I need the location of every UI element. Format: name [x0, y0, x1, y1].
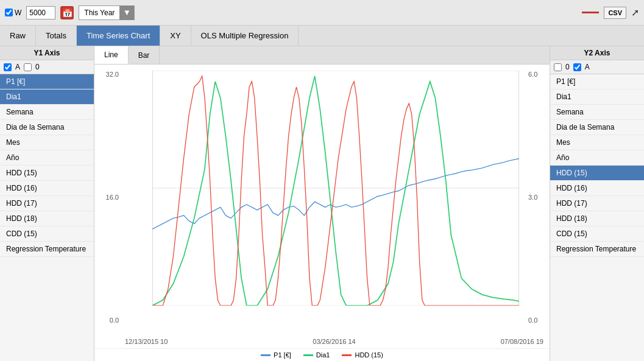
y2-item-7[interactable]: HDD (16) [550, 181, 644, 196]
y2-item-1[interactable]: Dia1 [550, 89, 644, 105]
x-labels: 12/13/2015 10 03/26/2016 14 07/08/2016 1… [125, 338, 543, 345]
y1-item-10[interactable]: CDD (15) [0, 226, 94, 242]
y1-item-5[interactable]: Año [0, 150, 94, 166]
red-line-indicator [582, 12, 599, 13]
y1-item-8[interactable]: HDD (17) [0, 196, 94, 211]
x-label-0: 12/13/2015 10 [125, 338, 168, 345]
y2-axis-checkboxes: 0 A [550, 60, 644, 74]
y-right-label-0: 6.0 [528, 71, 537, 78]
csv-button[interactable]: CSV [604, 7, 626, 19]
chart-container: 32.0 16.0 0.0 6.0 3.0 0.0 [94, 65, 550, 348]
y-right-label-1: 3.0 [528, 194, 537, 201]
y-left-label-2: 0.0 [110, 317, 119, 324]
legend-item-dia1: Dia1 [303, 351, 330, 359]
y1-axis-checkboxes: A 0 [0, 60, 94, 74]
dia1-line [152, 76, 519, 306]
y1-item-7[interactable]: HDD (16) [0, 181, 94, 196]
p1-line [152, 159, 519, 230]
y1-checkbox-a-label: A [15, 63, 20, 71]
legend-color-p1 [261, 354, 271, 356]
x-label-2: 07/08/2016 19 [501, 338, 543, 345]
date-range-label: This Year [79, 7, 119, 18]
w-label: W [15, 9, 21, 17]
date-range-dropdown[interactable]: This Year ▼ [79, 5, 135, 20]
y2-axis-list: P1 [€] Dia1 Semana Dia de la Semana Mes … [550, 74, 644, 361]
y-left-label-1: 16.0 [106, 194, 119, 201]
y1-checkbox-0[interactable] [24, 63, 32, 71]
chart-area: Line Bar 32.0 16.0 0.0 6.0 3.0 0.0 [94, 46, 550, 361]
date-dropdown-arrow[interactable]: ▼ [119, 5, 134, 20]
y2-item-9[interactable]: HDD (18) [550, 211, 644, 226]
legend-item-hdd15: HDD (15) [342, 351, 383, 359]
main-area: Y1 Axis A 0 P1 [€] Dia1 Semana Dia de la… [0, 46, 644, 361]
chart-legend: P1 [€] Dia1 HDD (15) [94, 348, 550, 361]
y-right-labels: 6.0 3.0 0.0 [525, 71, 550, 324]
y2-item-8[interactable]: HDD (17) [550, 196, 644, 211]
chart-svg [152, 71, 519, 306]
y2-axis-header: Y2 Axis [550, 46, 644, 60]
subtab-line[interactable]: Line [94, 46, 129, 64]
right-panel: Y2 Axis 0 A P1 [€] Dia1 Semana Dia de la… [550, 46, 644, 361]
y1-item-3[interactable]: Dia de la Semana [0, 120, 94, 135]
tab-totals[interactable]: Totals [36, 26, 77, 46]
top-bar: W 📅 This Year ▼ CSV ➚ [0, 0, 644, 26]
top-right-actions: CSV ➚ [582, 7, 639, 19]
hdd15-line [152, 76, 519, 306]
x-label-1: 03/26/2016 14 [313, 338, 355, 345]
tab-ols[interactable]: OLS Multiple Regression [191, 26, 299, 46]
legend-label-hdd15: HDD (15) [355, 351, 383, 359]
y2-item-0[interactable]: P1 [€] [550, 74, 644, 89]
y1-item-4[interactable]: Mes [0, 135, 94, 150]
y2-item-11[interactable]: Regression Temperature [550, 242, 644, 257]
calendar-icon[interactable]: 📅 [60, 6, 74, 19]
w-checkbox[interactable] [5, 9, 13, 16]
y1-item-11[interactable]: Regression Temperature [0, 242, 94, 257]
y2-item-4[interactable]: Mes [550, 135, 644, 150]
y1-axis-header: Y1 Axis [0, 46, 94, 60]
w-input[interactable] [26, 6, 55, 19]
tabs-bar: Raw Totals Time Series Chart XY OLS Mult… [0, 26, 644, 46]
y1-item-0[interactable]: P1 [€] [0, 74, 94, 89]
y2-item-2[interactable]: Semana [550, 105, 644, 120]
subtab-bar[interactable]: Bar [129, 46, 160, 64]
expand-icon[interactable]: ➚ [631, 7, 639, 18]
y-left-labels: 32.0 16.0 0.0 [94, 71, 122, 324]
y2-checkbox-0-label: 0 [565, 63, 570, 71]
y2-checkbox-a-label: A [585, 63, 590, 71]
y1-checkbox-a[interactable] [4, 63, 12, 71]
y2-item-3[interactable]: Dia de la Semana [550, 120, 644, 135]
y2-item-5[interactable]: Año [550, 150, 644, 166]
y1-checkbox-0-label: 0 [35, 63, 40, 71]
y2-checkbox-0[interactable] [554, 63, 562, 71]
left-panel: Y1 Axis A 0 P1 [€] Dia1 Semana Dia de la… [0, 46, 94, 361]
tab-time-series-chart[interactable]: Time Series Chart [77, 26, 160, 46]
y1-item-9[interactable]: HDD (18) [0, 211, 94, 226]
y1-axis-list: P1 [€] Dia1 Semana Dia de la Semana Mes … [0, 74, 94, 361]
y2-checkbox-a[interactable] [573, 63, 581, 71]
legend-color-dia1 [303, 354, 313, 356]
y1-item-2[interactable]: Semana [0, 105, 94, 120]
y2-item-10[interactable]: CDD (15) [550, 226, 644, 242]
tab-raw[interactable]: Raw [0, 26, 36, 46]
legend-item-p1: P1 [€] [261, 351, 291, 359]
legend-label-dia1: Dia1 [316, 351, 330, 359]
legend-label-p1: P1 [€] [274, 351, 291, 359]
y-left-label-0: 32.0 [106, 71, 119, 78]
y1-item-6[interactable]: HDD (15) [0, 166, 94, 181]
y-right-label-2: 0.0 [528, 317, 537, 324]
y1-item-1[interactable]: Dia1 [0, 89, 94, 105]
legend-color-hdd15 [342, 354, 352, 356]
w-checkbox-group: W [5, 9, 21, 17]
chart-subtabs: Line Bar [94, 46, 550, 65]
y2-item-6[interactable]: HDD (15) [550, 166, 644, 181]
tab-xy[interactable]: XY [160, 26, 191, 46]
